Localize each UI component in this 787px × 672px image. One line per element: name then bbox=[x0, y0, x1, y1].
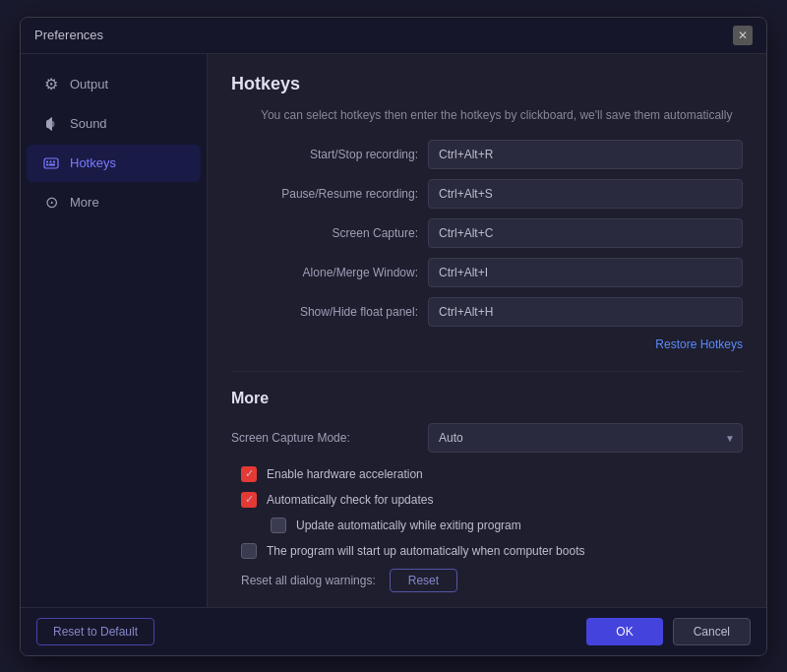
screen-capture-row: Screen Capture Mode: Auto Manual GDI ▼ bbox=[231, 423, 743, 453]
hotkey-input-4[interactable] bbox=[428, 297, 743, 327]
hotkey-input-0[interactable] bbox=[428, 140, 743, 169]
hotkey-row-3: Alone/Merge Window: bbox=[231, 258, 743, 287]
svg-rect-1 bbox=[46, 160, 48, 162]
checkbox-hw-accel-box[interactable]: ✓ bbox=[241, 466, 257, 482]
footer-right-buttons: OK Cancel bbox=[586, 618, 751, 645]
close-button[interactable]: ✕ bbox=[733, 26, 753, 45]
svg-rect-6 bbox=[53, 163, 55, 165]
svg-rect-0 bbox=[44, 158, 58, 168]
section-divider bbox=[231, 371, 743, 372]
sidebar-item-label-output: Output bbox=[70, 77, 108, 92]
sidebar-item-hotkeys[interactable]: Hotkeys bbox=[27, 145, 201, 182]
sidebar-item-label-sound: Sound bbox=[70, 116, 107, 131]
title-bar: Preferences ✕ bbox=[21, 18, 766, 54]
hotkeys-info: You can select hotkeys then enter the ho… bbox=[261, 108, 743, 122]
checkbox-update-exit[interactable]: Update automatically while exiting progr… bbox=[231, 518, 743, 533]
checkbox-update-exit-label: Update automatically while exiting progr… bbox=[296, 519, 521, 532]
svg-rect-2 bbox=[50, 160, 52, 162]
sidebar-item-output[interactable]: ⚙ Output bbox=[27, 66, 201, 103]
hotkey-row-0: Start/Stop recording: bbox=[231, 140, 743, 169]
screen-capture-select[interactable]: Auto Manual GDI bbox=[428, 423, 743, 453]
screen-capture-select-wrapper: Auto Manual GDI ▼ bbox=[428, 423, 743, 453]
reset-to-default-button[interactable]: Reset to Default bbox=[36, 618, 154, 645]
cancel-button[interactable]: Cancel bbox=[673, 618, 751, 645]
checkbox-auto-boot[interactable]: The program will start up automatically … bbox=[231, 543, 743, 559]
ok-button[interactable]: OK bbox=[586, 618, 662, 645]
hotkey-input-3[interactable] bbox=[428, 258, 743, 287]
svg-rect-3 bbox=[53, 160, 55, 162]
hotkeys-title: Hotkeys bbox=[231, 74, 743, 94]
hotkey-row-4: Show/Hide float panel: bbox=[231, 297, 743, 327]
restore-hotkeys-link[interactable]: Restore Hotkeys bbox=[655, 337, 743, 351]
main-content: Hotkeys You can select hotkeys then ente… bbox=[208, 54, 766, 607]
checkbox-hw-accel[interactable]: ✓ Enable hardware acceleration bbox=[231, 466, 743, 482]
checkbox-auto-boot-box[interactable] bbox=[241, 543, 257, 559]
dialog-footer: Reset to Default OK Cancel bbox=[21, 607, 766, 655]
checkbox-hw-accel-label: Enable hardware acceleration bbox=[267, 467, 423, 481]
reset-dialogs-button[interactable]: Reset bbox=[390, 569, 457, 592]
hotkey-label-4: Show/Hide float panel: bbox=[231, 305, 428, 319]
checkbox-auto-update[interactable]: ✓ Automatically check for updates bbox=[231, 492, 743, 508]
sidebar-item-label-hotkeys: Hotkeys bbox=[70, 155, 116, 170]
dialog-body: ⚙ Output Sound bbox=[21, 54, 766, 607]
reset-dialogs-label: Reset all dialog warnings: bbox=[241, 574, 376, 587]
sidebar: ⚙ Output Sound bbox=[21, 54, 208, 607]
more-title: More bbox=[231, 390, 743, 407]
checkbox-auto-update-label: Automatically check for updates bbox=[267, 493, 433, 507]
checkbox-auto-boot-label: The program will start up automatically … bbox=[267, 544, 584, 558]
checkbox-auto-update-box[interactable]: ✓ bbox=[241, 492, 257, 508]
screen-capture-label: Screen Capture Mode: bbox=[231, 431, 428, 445]
svg-rect-4 bbox=[46, 163, 48, 165]
hotkey-label-0: Start/Stop recording: bbox=[231, 148, 428, 161]
hotkey-label-1: Pause/Resume recording: bbox=[231, 187, 428, 201]
restore-link: Restore Hotkeys bbox=[231, 336, 743, 351]
reset-row: Reset all dialog warnings: Reset bbox=[231, 569, 743, 592]
sidebar-item-label-more: More bbox=[70, 195, 99, 210]
dialog-title: Preferences bbox=[34, 28, 103, 42]
hotkey-row-2: Screen Capture: bbox=[231, 218, 743, 248]
sound-icon bbox=[42, 115, 60, 133]
hotkey-label-2: Screen Capture: bbox=[231, 226, 428, 240]
output-icon: ⚙ bbox=[42, 76, 60, 93]
hotkey-label-3: Alone/Merge Window: bbox=[231, 266, 428, 279]
hotkey-input-1[interactable] bbox=[428, 179, 743, 209]
preferences-dialog: Preferences ✕ ⚙ Output Sound bbox=[20, 17, 767, 656]
hotkey-input-2[interactable] bbox=[428, 218, 743, 248]
sidebar-item-more[interactable]: ⊙ More bbox=[27, 184, 201, 221]
checkbox-update-exit-box[interactable] bbox=[271, 518, 286, 533]
svg-rect-5 bbox=[49, 163, 54, 165]
more-icon: ⊙ bbox=[42, 194, 60, 212]
hotkey-row-1: Pause/Resume recording: bbox=[231, 179, 743, 209]
hotkeys-icon bbox=[42, 154, 60, 172]
sidebar-item-sound[interactable]: Sound bbox=[27, 105, 201, 143]
